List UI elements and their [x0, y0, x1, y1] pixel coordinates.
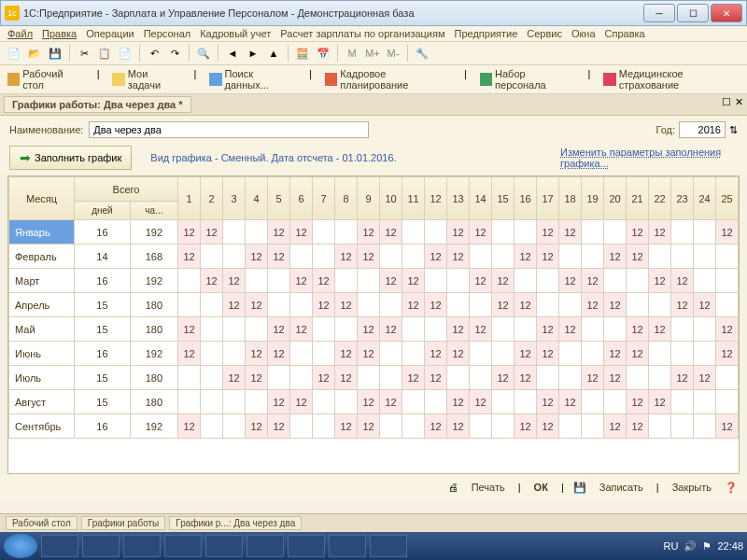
table-row[interactable]: Март16192121212121212121212121212	[9, 269, 739, 293]
system-tray: RU 🔊 ⚑ 22:48	[664, 540, 743, 553]
menu-salary[interactable]: Расчет зарплаты по организациям	[280, 28, 444, 39]
menu-operations[interactable]: Операции	[86, 28, 134, 39]
fill-button-label: Заполнить график	[35, 152, 121, 163]
minimize-button[interactable]: ─	[643, 4, 675, 22]
window-title: 1С:Предприятие - Зарплата и Управление П…	[23, 7, 643, 19]
separator	[218, 45, 218, 62]
m-minus-icon[interactable]: M-	[385, 45, 402, 62]
bottom-tab[interactable]: Рабочий стол	[6, 516, 78, 530]
separator: |	[588, 68, 591, 91]
nav-desktop[interactable]: Рабочий стол	[7, 68, 84, 91]
schedule-info-text: Вид графика - Сменный. Дата отсчета - 01…	[150, 152, 396, 163]
cut-icon[interactable]: ✂	[76, 45, 92, 62]
m-icon[interactable]: M	[344, 45, 360, 62]
separator: |	[309, 68, 312, 91]
table-row[interactable]: Апрель15180121212121212121212121212	[9, 293, 739, 317]
separator: |	[656, 482, 659, 493]
close-button[interactable]: ✕	[711, 4, 742, 22]
tray-icon[interactable]: 🔊	[684, 540, 697, 553]
nav-planning[interactable]: Кадровое планирование	[325, 68, 451, 91]
new-icon[interactable]: 📄	[6, 45, 22, 62]
hiring-icon	[480, 73, 492, 86]
nav-hiring[interactable]: Набор персонала	[480, 68, 575, 91]
table-row[interactable]: Сентябрь16192121212121212121212121212	[9, 414, 739, 439]
save-icon[interactable]: 💾	[47, 45, 63, 62]
separator	[407, 45, 408, 62]
maximize-button[interactable]: ☐	[677, 4, 709, 22]
table-row[interactable]: Январь1619212121212121212121212121212	[9, 220, 739, 245]
clock[interactable]: 22:48	[717, 540, 743, 552]
nav-insurance[interactable]: Медицинское страхование	[603, 68, 740, 91]
table-row[interactable]: Август1518012121212121212121212	[9, 390, 739, 414]
copy-icon[interactable]: 📋	[96, 45, 113, 62]
info-row: ➡ Заполнить график Вид графика - Сменный…	[0, 144, 747, 175]
undo-icon[interactable]: ↶	[146, 45, 162, 62]
taskbar-item[interactable]	[123, 535, 161, 557]
menu-bar: Файл Правка Операции Персонал Кадровый у…	[0, 26, 747, 42]
tasks-icon	[112, 73, 124, 86]
nav-back-icon[interactable]: ◄	[224, 45, 241, 62]
taskbar-item[interactable]	[164, 535, 202, 557]
lang-indicator[interactable]: RU	[664, 540, 679, 552]
menu-edit[interactable]: Правка	[42, 28, 77, 39]
bottom-tab[interactable]: Графики работы	[81, 516, 166, 530]
table-row[interactable]: Июнь16192121212121212121212121212	[9, 342, 739, 366]
tab-close-icon[interactable]: ✕	[735, 96, 743, 113]
taskbar-item[interactable]	[41, 535, 78, 557]
schedule-grid[interactable]: МесяцВсего123456789101112131415161718192…	[7, 175, 740, 474]
taskbar-item[interactable]	[205, 535, 243, 557]
taskbar-item[interactable]	[329, 535, 366, 557]
separator	[139, 45, 140, 62]
settings-icon[interactable]: 🔧	[414, 45, 430, 62]
paste-icon[interactable]: 📄	[117, 45, 134, 62]
year-input[interactable]	[679, 121, 726, 138]
m-plus-icon[interactable]: M+	[364, 45, 381, 62]
start-button[interactable]	[4, 534, 37, 558]
print-button[interactable]: Печать	[468, 480, 509, 495]
active-tab[interactable]: Графики работы: Два через два *	[4, 96, 191, 113]
tab-controls: ☐ ✕	[722, 96, 743, 113]
nav-label: Поиск данных...	[225, 68, 297, 91]
bottom-tab[interactable]: Графики р...: Два через два	[169, 516, 302, 530]
find-icon[interactable]: 🔍	[195, 45, 212, 62]
help-icon[interactable]: ❓	[725, 482, 738, 494]
change-params-link[interactable]: Изменить параметры заполнения графика...	[560, 147, 738, 169]
menu-windows[interactable]: Окна	[571, 28, 596, 39]
menu-help[interactable]: Справка	[605, 28, 645, 39]
year-spinner-icon[interactable]: ⇅	[729, 124, 738, 136]
fill-schedule-button[interactable]: ➡ Заполнить график	[9, 146, 132, 170]
table-row[interactable]: Февраль141681212121212121212121212	[9, 245, 739, 269]
nav-tasks[interactable]: Мои задачи	[112, 68, 180, 91]
nav-fwd-icon[interactable]: ►	[245, 45, 261, 62]
calc-icon[interactable]: 🧮	[294, 45, 311, 62]
nav-search[interactable]: Поиск данных...	[209, 68, 296, 91]
taskbar-item[interactable]	[288, 535, 325, 557]
redo-icon[interactable]: ↷	[166, 45, 183, 62]
nav-panel: Рабочий стол | Мои задачи | Поиск данных…	[0, 65, 747, 94]
save-icon: 💾	[573, 482, 586, 494]
menu-enterprise[interactable]: Предприятие	[455, 28, 518, 39]
taskbar-item[interactable]	[370, 535, 407, 557]
menu-file[interactable]: Файл	[7, 28, 33, 39]
taskbar-item[interactable]	[247, 535, 284, 557]
table-row[interactable]: Май15180121212121212121212121212	[9, 317, 739, 342]
ok-button[interactable]: ОК	[530, 480, 552, 495]
table-row[interactable]: Июль15180121212121212121212121212	[9, 366, 739, 390]
tab-max-icon[interactable]: ☐	[722, 96, 731, 113]
name-input[interactable]	[89, 121, 369, 138]
menu-kadr[interactable]: Кадровый учет	[200, 28, 271, 39]
separator: |	[193, 68, 196, 91]
separator: |	[518, 482, 521, 493]
schedule-table: МесяцВсего123456789101112131415161718192…	[8, 176, 739, 439]
window-controls: ─ ☐ ✕	[643, 4, 742, 22]
close-button[interactable]: Закрыть	[669, 480, 715, 495]
menu-service[interactable]: Сервис	[527, 28, 562, 39]
menu-personnel[interactable]: Персонал	[144, 28, 191, 39]
tray-icon[interactable]: ⚑	[702, 540, 712, 553]
save-button[interactable]: Записать	[596, 480, 647, 495]
open-icon[interactable]: 📂	[26, 45, 43, 62]
taskbar-item[interactable]	[82, 535, 120, 557]
nav-up-icon[interactable]: ▲	[265, 45, 282, 62]
year-label: Год:	[655, 124, 675, 135]
calendar-icon[interactable]: 📅	[315, 45, 331, 62]
